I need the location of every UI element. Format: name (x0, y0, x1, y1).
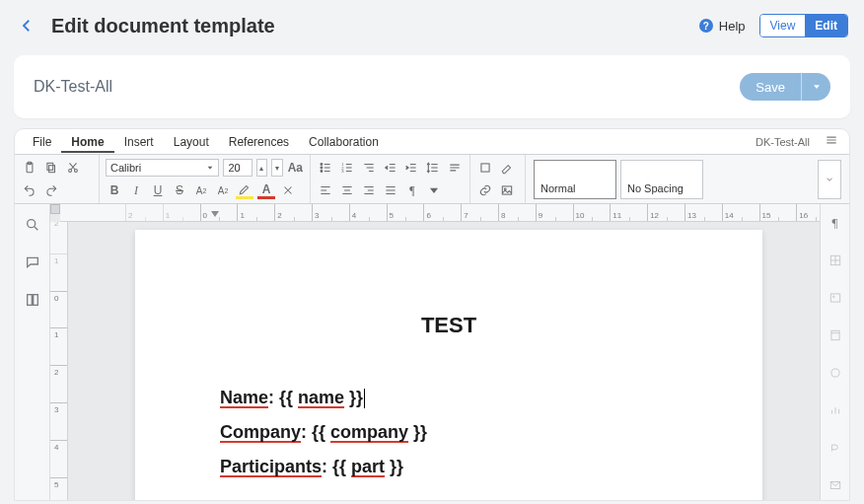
shape-settings-icon[interactable] (827, 364, 844, 382)
header-footer-icon[interactable] (827, 326, 844, 344)
multilevel-list-icon[interactable] (360, 159, 378, 177)
bold-icon[interactable]: B (106, 181, 123, 199)
svg-point-64 (832, 296, 834, 298)
italic-icon[interactable]: I (127, 181, 145, 199)
chart-settings-icon[interactable] (827, 401, 844, 419)
style-normal[interactable]: Normal (534, 160, 616, 199)
text-art-icon[interactable] (827, 439, 844, 457)
svg-rect-63 (830, 294, 839, 302)
comments-icon[interactable] (24, 253, 41, 271)
highlight-color-icon[interactable] (236, 181, 253, 199)
increase-indent-icon[interactable] (402, 159, 420, 177)
view-edit-toggle: View Edit (759, 14, 848, 37)
clear-formatting-icon[interactable] (279, 181, 297, 199)
back-button[interactable] (16, 15, 37, 36)
style-label: No Spacing (627, 182, 684, 194)
font-color-icon[interactable]: A (257, 181, 275, 199)
paragraph-dropdown-icon[interactable] (425, 181, 443, 199)
svg-text:3: 3 (341, 169, 344, 174)
style-no-spacing[interactable]: No Spacing (620, 160, 703, 199)
help-icon: ? (699, 19, 713, 33)
paste-icon[interactable] (21, 159, 38, 177)
save-dropdown[interactable] (801, 73, 830, 101)
eraser-icon[interactable] (498, 159, 516, 177)
font-name-select[interactable]: Calibri (106, 159, 219, 177)
nonprinting-chars-icon[interactable]: ¶ (403, 181, 421, 199)
copy-icon[interactable] (42, 159, 60, 177)
paragraph-settings-icon[interactable] (446, 159, 464, 177)
pilcrow-icon[interactable]: ¶ (827, 214, 844, 232)
field-label: Participants (220, 457, 322, 476)
indent-marker[interactable] (211, 211, 219, 217)
font-name-value: Calibri (110, 162, 141, 174)
svg-line-57 (35, 227, 37, 230)
svg-rect-54 (502, 186, 511, 194)
svg-point-17 (321, 171, 323, 173)
subscript-icon[interactable]: A2 (214, 181, 232, 199)
horizontal-ruler[interactable]: 2101234567891011121314151617 (60, 204, 820, 222)
strikethrough-icon[interactable]: S (171, 181, 188, 199)
svg-point-9 (74, 169, 77, 172)
svg-rect-7 (47, 163, 53, 170)
menu-item-home[interactable]: Home (61, 131, 113, 153)
align-center-icon[interactable] (338, 181, 356, 199)
change-case-icon[interactable]: Aa (287, 159, 304, 177)
text-caret (364, 389, 365, 408)
field-token: name (298, 388, 344, 407)
menubar-more-icon[interactable] (822, 133, 841, 150)
table-settings-icon[interactable] (827, 252, 844, 269)
doc-line: Participants: {{ part }} (220, 457, 678, 477)
svg-point-67 (830, 369, 838, 377)
help-label: Help (719, 19, 746, 34)
font-size-value: 20 (228, 162, 240, 174)
menu-item-layout[interactable]: Layout (164, 131, 219, 153)
field-token: part (351, 457, 385, 476)
document-page[interactable]: TEST Name: {{ name }}Company: {{ company… (135, 230, 762, 500)
align-right-icon[interactable] (360, 181, 378, 199)
field-label: Company (220, 422, 301, 442)
save-button[interactable]: Save (740, 73, 801, 101)
doc-line: Company: {{ company }} (220, 422, 678, 443)
redo-icon[interactable] (42, 181, 60, 199)
line-spacing-icon[interactable] (424, 159, 442, 177)
svg-point-13 (321, 164, 323, 166)
help-link[interactable]: ? Help (699, 19, 746, 34)
image-icon[interactable] (498, 181, 516, 199)
svg-point-56 (27, 220, 35, 228)
svg-point-8 (69, 169, 72, 172)
navigation-icon[interactable] (24, 291, 41, 309)
underline-icon[interactable]: U (149, 181, 167, 199)
cut-icon[interactable] (64, 159, 82, 177)
bullet-list-icon[interactable] (317, 159, 334, 177)
edit-toggle[interactable]: Edit (805, 15, 847, 36)
font-size-select[interactable]: 20 (223, 159, 252, 177)
decrease-indent-icon[interactable] (382, 159, 399, 177)
undo-icon[interactable] (21, 181, 38, 199)
search-icon[interactable] (24, 216, 41, 234)
superscript-icon[interactable]: A2 (192, 181, 210, 199)
link-icon[interactable] (476, 181, 494, 199)
menu-item-insert[interactable]: Insert (114, 131, 164, 153)
font-size-increase[interactable]: ▴ (256, 159, 268, 177)
font-size-decrease[interactable]: ▾ (271, 159, 283, 177)
field-token: company (330, 422, 408, 442)
menu-item-file[interactable]: File (23, 131, 61, 153)
styles-more[interactable] (818, 160, 841, 199)
align-left-icon[interactable] (317, 181, 334, 199)
image-settings-icon[interactable] (827, 289, 844, 307)
svg-rect-6 (49, 166, 55, 173)
style-label: Normal (540, 182, 575, 194)
view-toggle[interactable]: View (760, 15, 806, 36)
mail-merge-icon[interactable] (827, 476, 844, 494)
menu-item-collaboration[interactable]: Collaboration (299, 131, 389, 153)
svg-rect-53 (481, 164, 489, 172)
svg-rect-59 (33, 295, 37, 306)
field-label: Name (220, 388, 268, 407)
numbered-list-icon[interactable]: 123 (338, 159, 356, 177)
vertical-ruler[interactable]: 2101234567 (50, 222, 68, 500)
svg-point-15 (321, 167, 323, 169)
align-justify-icon[interactable] (382, 181, 399, 199)
svg-rect-65 (830, 330, 838, 339)
shape-icon[interactable] (476, 159, 494, 177)
menu-item-references[interactable]: References (219, 131, 299, 153)
